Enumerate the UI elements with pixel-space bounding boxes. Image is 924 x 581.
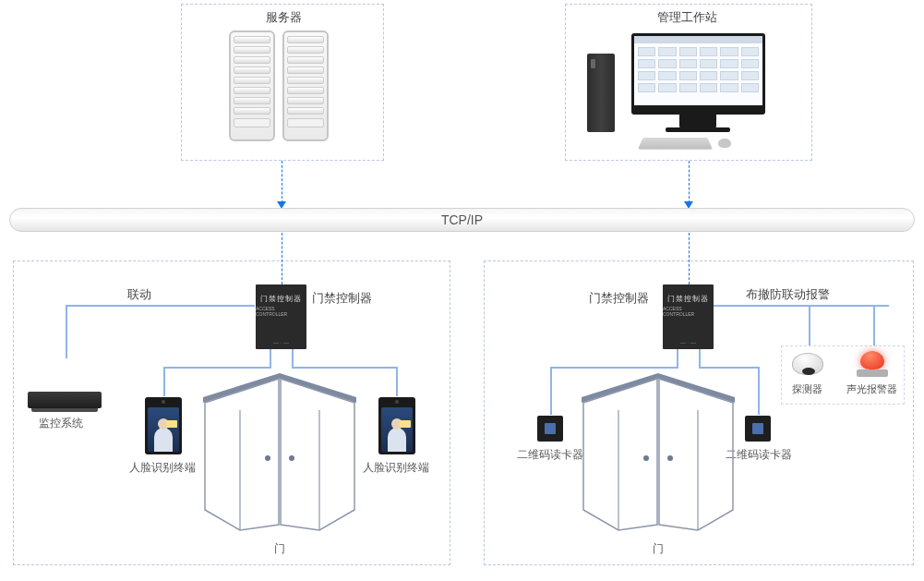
server-label: 服务器 bbox=[266, 9, 302, 26]
svg-point-5 bbox=[265, 455, 270, 461]
svg-marker-2 bbox=[281, 379, 354, 530]
svg-marker-8 bbox=[583, 379, 657, 530]
connector-line bbox=[677, 349, 678, 368]
server-rack-icon bbox=[229, 30, 275, 141]
door-icon bbox=[580, 369, 737, 531]
qr-reader-icon bbox=[745, 416, 771, 442]
svg-marker-1 bbox=[205, 379, 279, 530]
connector-line bbox=[758, 367, 760, 415]
siren-label: 声光报警器 bbox=[846, 382, 897, 396]
server-rack-icon bbox=[282, 30, 329, 141]
svg-marker-9 bbox=[659, 379, 733, 530]
connector-line bbox=[292, 367, 398, 369]
controller-brand: — · — bbox=[273, 340, 289, 345]
connector-line bbox=[270, 349, 271, 368]
svg-marker-7 bbox=[582, 373, 735, 403]
svg-point-12 bbox=[643, 455, 649, 461]
connector-line bbox=[714, 305, 889, 307]
connector-line bbox=[699, 367, 760, 369]
connector-line bbox=[282, 161, 282, 203]
face-terminal-icon bbox=[378, 397, 415, 454]
face-terminal-label: 人脸识别终端 bbox=[363, 460, 429, 476]
svg-marker-0 bbox=[203, 373, 356, 403]
qr-reader-label: 二维码读卡器 bbox=[517, 447, 583, 463]
bus-label: TCP/IP bbox=[441, 212, 483, 227]
alarm-linkage-label: 布撤防联动报警 bbox=[746, 286, 830, 303]
door-icon bbox=[201, 369, 358, 531]
connector-line bbox=[550, 367, 678, 369]
connector-line bbox=[66, 305, 67, 358]
nvr-icon bbox=[28, 392, 102, 408]
network-bus: TCP/IP bbox=[9, 208, 915, 232]
controller-subtitle: ACCESS CONTROLLER bbox=[256, 306, 306, 317]
monitor-icon bbox=[631, 33, 765, 115]
door-label: 门 bbox=[653, 541, 664, 557]
controller-label: 门禁控制器 bbox=[589, 290, 649, 307]
controller-brand: — · — bbox=[680, 340, 696, 345]
linkage-label: 联动 bbox=[127, 286, 151, 303]
face-terminal-icon bbox=[145, 397, 182, 454]
connector-line bbox=[66, 305, 255, 307]
connector-line bbox=[282, 233, 282, 284]
controller-subtitle: ACCESS CONTROLLER bbox=[663, 306, 714, 317]
detector-icon bbox=[792, 353, 823, 375]
svg-point-6 bbox=[289, 455, 294, 461]
connector-line bbox=[163, 367, 165, 396]
keyboard-icon bbox=[638, 138, 713, 150]
connector-line bbox=[809, 305, 810, 345]
face-terminal-label: 人脸识别终端 bbox=[129, 460, 196, 476]
ptz-camera-icon bbox=[41, 358, 76, 386]
connector-line bbox=[873, 305, 875, 345]
monitor-base-icon bbox=[666, 127, 730, 132]
controller-title: 门禁控制器 bbox=[667, 294, 709, 304]
svg-point-13 bbox=[667, 455, 673, 461]
qr-reader-icon bbox=[537, 416, 563, 442]
connector-line bbox=[550, 367, 552, 415]
access-controller-icon: 门禁控制器 ACCESS CONTROLLER — · — bbox=[256, 284, 306, 349]
connector-line bbox=[699, 349, 701, 368]
detector-label: 探测器 bbox=[792, 382, 822, 396]
door-label: 门 bbox=[274, 541, 285, 557]
access-controller-icon: 门禁控制器 ACCESS CONTROLLER — · — bbox=[663, 284, 714, 349]
connector-line bbox=[292, 349, 294, 368]
controller-title: 门禁控制器 bbox=[260, 294, 302, 304]
connector-line bbox=[689, 233, 690, 284]
surveillance-label: 监控系统 bbox=[39, 416, 83, 431]
connector-line bbox=[163, 367, 271, 369]
connector-line bbox=[396, 367, 398, 396]
siren-icon bbox=[857, 351, 888, 377]
pc-tower-icon bbox=[587, 54, 615, 132]
connector-line bbox=[689, 161, 690, 203]
mouse-icon bbox=[718, 139, 731, 148]
workstation-label: 管理工作站 bbox=[657, 9, 717, 26]
controller-label: 门禁控制器 bbox=[312, 290, 372, 307]
